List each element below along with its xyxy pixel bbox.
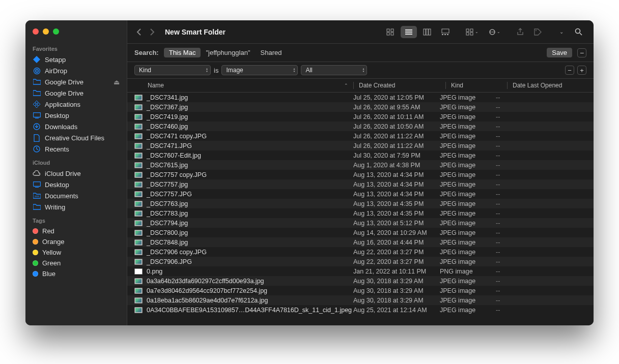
table-row[interactable]: 0a18eba1ac5b86029ae4d0d7e7f6212a.jpgAug … — [127, 295, 594, 305]
sidebar-item[interactable]: Google Drive⏏ — [25, 76, 127, 87]
search-scope[interactable]: Shared — [256, 48, 287, 57]
sidebar-item[interactable]: Blue — [25, 268, 127, 279]
list-view-button[interactable] — [401, 26, 417, 38]
table-row[interactable]: _DSC7757 copy.JPGAug 13, 2020 at 4:34 PM… — [127, 170, 594, 179]
sidebar-item[interactable]: Documents — [25, 190, 127, 201]
airdrop-icon — [33, 67, 41, 75]
sidebar-item[interactable]: Creative Cloud Files — [25, 132, 127, 143]
sidebar-item[interactable]: Applications — [25, 99, 127, 110]
save-button[interactable]: Save — [547, 48, 572, 57]
forward-button[interactable] — [148, 27, 157, 37]
share-button[interactable] — [513, 26, 528, 38]
gallery-view-button[interactable] — [437, 26, 454, 38]
icon-view-button[interactable] — [382, 26, 399, 38]
download-icon — [33, 123, 41, 131]
table-row[interactable]: _DSC7757.JPGAug 13, 2020 at 4:34 PMJPEG … — [127, 189, 594, 199]
file-name: _DSC7757 copy.JPG — [147, 171, 207, 178]
file-thumbnail-icon — [134, 162, 143, 168]
sidebar-item-label: Desktop — [45, 181, 69, 189]
svg-rect-3 — [33, 113, 40, 117]
svg-rect-27 — [470, 33, 473, 35]
search-button[interactable] — [571, 26, 586, 38]
criteria-type-select[interactable]: Image▲▼ — [221, 65, 298, 75]
column-kind[interactable]: Kind — [451, 82, 507, 89]
file-date-last-opened: -- — [496, 210, 586, 217]
group-by-button[interactable]: ⌄ — [462, 26, 483, 38]
back-button[interactable] — [134, 27, 144, 37]
table-row[interactable]: _DSC7341.jpgJul 25, 2020 at 12:05 PMJPEG… — [127, 93, 594, 102]
file-thumbnail-icon — [134, 172, 143, 178]
eject-icon[interactable]: ⏏ — [114, 78, 120, 86]
sidebar-item[interactable]: Desktop — [25, 179, 127, 190]
sidebar-item[interactable]: Writing — [25, 201, 127, 213]
table-row[interactable]: _DSC7763.jpgAug 13, 2020 at 4:35 PMJPEG … — [127, 199, 594, 208]
sidebar-item[interactable]: iCloud Drive — [25, 168, 127, 179]
add-criteria-button[interactable]: + — [577, 66, 586, 75]
table-row[interactable]: 0.pngJan 21, 2022 at 10:11 PMPNG image-- — [127, 266, 594, 276]
file-date-created: Jul 26, 2020 at 9:55 AM — [353, 104, 440, 111]
table-row[interactable]: 0a3a64b2d3dfa690297c2cff5d00e93a.jpgAug … — [127, 276, 594, 286]
file-date-last-opened: -- — [496, 94, 586, 101]
svg-rect-12 — [387, 33, 389, 35]
column-view-button[interactable] — [419, 26, 435, 38]
file-list[interactable]: _DSC7341.jpgJul 25, 2020 at 12:05 PMJPEG… — [127, 93, 594, 325]
sidebar-item[interactable]: Green — [25, 258, 127, 268]
table-row[interactable]: _DSC7800.jpgAug 14, 2020 at 10:29 AMJPEG… — [127, 228, 594, 237]
column-name[interactable]: Name⌃ — [134, 82, 353, 89]
sidebar-item[interactable]: Orange — [25, 236, 127, 247]
remove-search-button[interactable]: − — [577, 48, 586, 57]
sidebar-item-label: Setapp — [45, 56, 66, 64]
sidebar-item[interactable]: Desktop — [25, 110, 127, 121]
folder-icon — [33, 203, 41, 211]
table-row[interactable]: _DSC7615.jpgAug 1, 2020 at 4:38 PMJPEG i… — [127, 160, 594, 170]
file-kind: JPEG image — [440, 181, 496, 188]
sidebar-item[interactable]: Google Drive — [25, 87, 127, 99]
remove-criteria-button[interactable]: − — [565, 66, 574, 75]
sidebar: FavoritesSetappAirDropGoogle Drive⏏Googl… — [25, 20, 127, 325]
table-row[interactable]: 0a7e3d80462d9564cc9207bcf772e254.jpgAug … — [127, 286, 594, 295]
table-row[interactable]: _DSC7471 copy.JPGJul 26, 2020 at 11:22 A… — [127, 131, 594, 141]
table-row[interactable]: _DSC7794.jpgAug 13, 2020 at 5:12 PMJPEG … — [127, 218, 594, 228]
file-kind: JPEG image — [440, 104, 496, 111]
close-button[interactable] — [33, 28, 39, 35]
sidebar-item[interactable]: Setapp — [25, 54, 127, 65]
table-row[interactable]: _DSC7607-Edit.jpgJul 30, 2020 at 7:59 PM… — [127, 150, 594, 160]
table-row[interactable]: _DSC7757.jpgAug 13, 2020 at 4:34 PMJPEG … — [127, 179, 594, 189]
criteria-op-text: is — [214, 67, 218, 74]
table-row[interactable]: _DSC7460.jpgJul 26, 2020 at 10:50 AMJPEG… — [127, 122, 594, 131]
sidebar-item[interactable]: Downloads — [25, 121, 127, 132]
file-date-last-opened: -- — [496, 239, 586, 246]
sidebar-item[interactable]: AirDrop — [25, 65, 127, 76]
table-row[interactable]: _DSC7419.jpgJul 26, 2020 at 10:11 AMJPEG… — [127, 112, 594, 122]
criteria-attr-select[interactable]: Kind▲▼ — [134, 65, 211, 75]
svg-rect-7 — [33, 182, 40, 187]
table-row[interactable]: _DSC7906.JPGAug 22, 2020 at 3:27 PMJPEG … — [127, 257, 594, 266]
sidebar-item[interactable]: Yellow — [25, 247, 127, 258]
sidebar-item[interactable]: Recents — [25, 143, 127, 155]
table-row[interactable]: _DSC7848.jpgAug 16, 2020 at 4:44 PMJPEG … — [127, 237, 594, 247]
tags-button[interactable] — [530, 26, 546, 38]
svg-rect-11 — [391, 29, 393, 32]
action-button[interactable]: ⌄ — [485, 26, 504, 38]
table-row[interactable]: _DSC7471.JPGJul 26, 2020 at 11:22 AMJPEG… — [127, 141, 594, 150]
minimize-button[interactable] — [43, 28, 49, 35]
fullscreen-button[interactable] — [53, 28, 59, 35]
file-date-last-opened: -- — [496, 307, 586, 314]
file-kind: JPEG image — [440, 278, 496, 285]
criteria-row: Kind▲▼ is Image▲▼ All▲▼ − + — [127, 62, 594, 79]
table-row[interactable]: _DSC7367.jpgJul 26, 2020 at 9:55 AMJPEG … — [127, 102, 594, 112]
sidebar-item[interactable]: Red — [25, 226, 127, 236]
column-date-created[interactable]: Date Created — [359, 82, 445, 89]
search-scope[interactable]: "jeffphungglan" — [201, 48, 255, 57]
column-date-last-opened[interactable]: Date Last Opened — [513, 82, 586, 89]
file-date-created: Aug 1, 2020 at 4:38 PM — [353, 162, 440, 169]
tag-color-icon — [33, 239, 38, 245]
table-row[interactable]: _DSC7783.jpgAug 13, 2020 at 4:35 PMJPEG … — [127, 208, 594, 218]
table-row[interactable]: 0A34C0BBAFEBE9A153109857…D44A3FF4A7816D_… — [127, 305, 594, 315]
table-row[interactable]: _DSC7906 copy.JPGAug 22, 2020 at 3:27 PM… — [127, 247, 594, 257]
svg-point-32 — [536, 30, 537, 31]
dropdown-button[interactable]: ⌄ — [554, 26, 569, 38]
file-date-created: Jan 21, 2022 at 10:11 PM — [353, 268, 440, 275]
search-scope[interactable]: This Mac — [164, 48, 201, 57]
criteria-subtype-select[interactable]: All▲▼ — [301, 65, 367, 75]
